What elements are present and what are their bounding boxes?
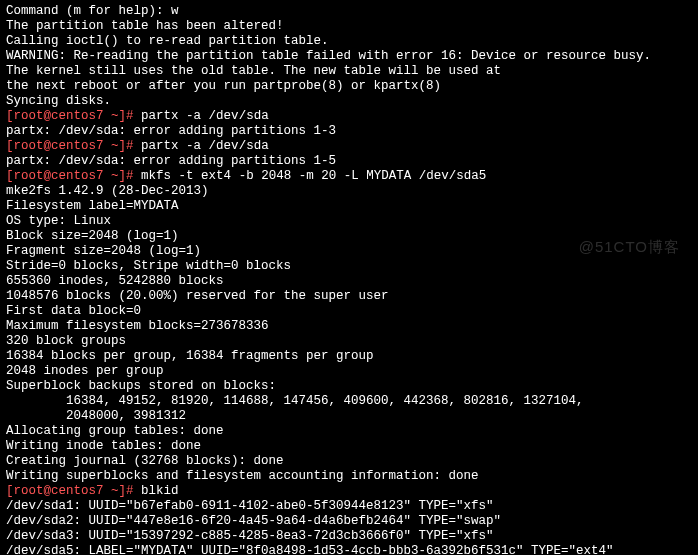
terminal-line: 655360 inodes, 5242880 blocks	[6, 274, 692, 289]
terminal-line: 2048 inodes per group	[6, 364, 692, 379]
prompt-line[interactable]: [root@centos7 ~]# partx -a /dev/sda	[6, 109, 692, 124]
command-text: partx -a /dev/sda	[141, 109, 269, 123]
terminal-line: WARNING: Re-reading the partition table …	[6, 49, 692, 64]
terminal-line: Command (m for help): w	[6, 4, 692, 19]
terminal-line: Creating journal (32768 blocks): done	[6, 454, 692, 469]
terminal-line: partx: /dev/sda: error adding partitions…	[6, 124, 692, 139]
terminal-line: Writing superblocks and filesystem accou…	[6, 469, 692, 484]
terminal-line: 16384, 49152, 81920, 114688, 147456, 409…	[6, 394, 692, 409]
terminal-line: Allocating group tables: done	[6, 424, 692, 439]
terminal-line: 16384 blocks per group, 16384 fragments …	[6, 349, 692, 364]
terminal-line: Maximum filesystem blocks=273678336	[6, 319, 692, 334]
terminal-line: /dev/sda1: UUID="b67efab0-6911-4102-abe0…	[6, 499, 692, 514]
terminal-line: mke2fs 1.42.9 (28-Dec-2013)	[6, 184, 692, 199]
terminal-line: Superblock backups stored on blocks:	[6, 379, 692, 394]
terminal-line: Filesystem label=MYDATA	[6, 199, 692, 214]
command-text: mkfs -t ext4 -b 2048 -m 20 -L MYDATA /de…	[141, 169, 486, 183]
terminal-line: Syncing disks.	[6, 94, 692, 109]
terminal-line: /dev/sda5: LABEL="MYDATA" UUID="8f0a8498…	[6, 544, 692, 555]
watermark-text: @51CTO博客	[579, 238, 680, 256]
terminal-line: 320 block groups	[6, 334, 692, 349]
terminal-line: Stride=0 blocks, Stripe width=0 blocks	[6, 259, 692, 274]
terminal-line: The partition table has been altered!	[6, 19, 692, 34]
terminal-line: 1048576 blocks (20.00%) reserved for the…	[6, 289, 692, 304]
terminal-line: /dev/sda2: UUID="447e8e16-6f20-4a45-9a64…	[6, 514, 692, 529]
terminal-line: partx: /dev/sda: error adding partitions…	[6, 154, 692, 169]
terminal-line: First data block=0	[6, 304, 692, 319]
terminal-line: the next reboot or after you run partpro…	[6, 79, 692, 94]
command-text: blkid	[141, 484, 179, 498]
prompt-line[interactable]: [root@centos7 ~]# partx -a /dev/sda	[6, 139, 692, 154]
prompt-line[interactable]: [root@centos7 ~]# blkid	[6, 484, 692, 499]
terminal-line: Writing inode tables: done	[6, 439, 692, 454]
terminal-line: Calling ioctl() to re-read partition tab…	[6, 34, 692, 49]
terminal-line: The kernel still uses the old table. The…	[6, 64, 692, 79]
command-text: partx -a /dev/sda	[141, 139, 269, 153]
terminal-line: /dev/sda3: UUID="15397292-c885-4285-8ea3…	[6, 529, 692, 544]
terminal-line: OS type: Linux	[6, 214, 692, 229]
terminal-line: 2048000, 3981312	[6, 409, 692, 424]
prompt-line[interactable]: [root@centos7 ~]# mkfs -t ext4 -b 2048 -…	[6, 169, 692, 184]
